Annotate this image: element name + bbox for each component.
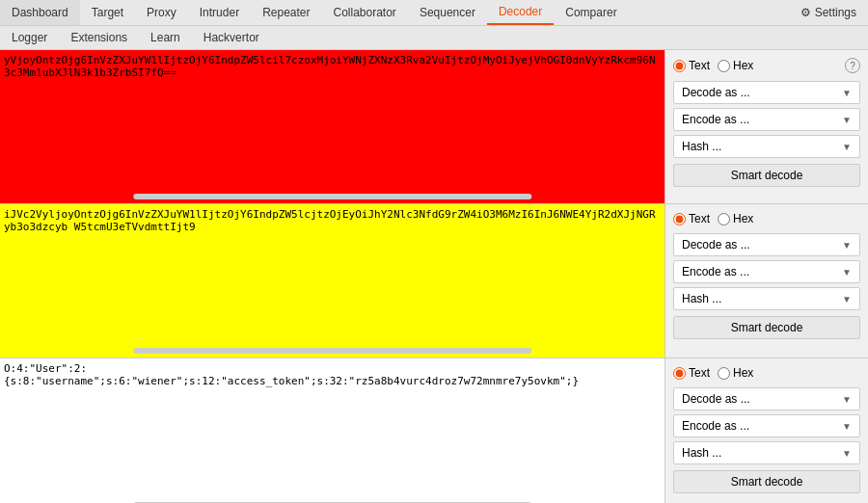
text-radio-2[interactable] bbox=[673, 213, 686, 225]
settings-button[interactable]: ⚙ Settings bbox=[789, 0, 868, 25]
text-area-container-1 bbox=[0, 50, 665, 203]
decoder-input-3[interactable] bbox=[0, 358, 665, 503]
decoder-section-1: Text Hex ? Decode as ... ▼ Encode as ...… bbox=[0, 50, 868, 204]
smart-decode-btn-3[interactable]: Smart decode bbox=[673, 470, 860, 493]
decode-dropdown-2[interactable]: Decode as ... ▼ bbox=[673, 233, 860, 256]
hex-radio-label-1[interactable]: Hex bbox=[718, 59, 753, 72]
format-radio-group-1: Text Hex ? bbox=[673, 58, 860, 73]
nav-repeater[interactable]: Repeater bbox=[251, 0, 321, 25]
nav-learn[interactable]: Learn bbox=[139, 26, 192, 49]
nav-decoder[interactable]: Decoder bbox=[487, 0, 554, 25]
nav-hackvertor[interactable]: Hackvertor bbox=[192, 26, 271, 49]
text-radio-1[interactable] bbox=[673, 60, 686, 72]
decode-chevron-2: ▼ bbox=[842, 240, 852, 251]
hex-radio-2[interactable] bbox=[718, 213, 730, 225]
nav-sequencer[interactable]: Sequencer bbox=[408, 0, 487, 25]
nav-target[interactable]: Target bbox=[80, 0, 135, 25]
decoder-section-3: Text Hex Decode as ... ▼ Encode as ... ▼… bbox=[0, 358, 868, 503]
hash-dropdown-3[interactable]: Hash ... ▼ bbox=[673, 441, 860, 464]
decoder-section-2: Text Hex Decode as ... ▼ Encode as ... ▼… bbox=[0, 204, 868, 358]
decode-chevron-1: ▼ bbox=[842, 88, 852, 98]
decode-dropdown-1[interactable]: Decode as ... ▼ bbox=[673, 81, 860, 104]
controls-panel-1: Text Hex ? Decode as ... ▼ Encode as ...… bbox=[665, 50, 868, 203]
nav-comparer[interactable]: Comparer bbox=[554, 0, 628, 25]
hash-chevron-2: ▼ bbox=[842, 294, 852, 304]
hash-dropdown-2[interactable]: Hash ... ▼ bbox=[673, 287, 860, 310]
decoder-input-1[interactable] bbox=[0, 50, 665, 203]
text-radio-label-1[interactable]: Text bbox=[673, 59, 710, 72]
nav-logger[interactable]: Logger bbox=[0, 26, 59, 49]
controls-panel-2: Text Hex Decode as ... ▼ Encode as ... ▼… bbox=[665, 204, 868, 357]
nav-bar: Dashboard Target Proxy Intruder Repeater… bbox=[0, 0, 868, 50]
text-area-container-3 bbox=[0, 358, 665, 503]
scrollbar-2[interactable] bbox=[133, 348, 531, 354]
encode-chevron-2: ▼ bbox=[842, 267, 852, 278]
controls-panel-3: Text Hex Decode as ... ▼ Encode as ... ▼… bbox=[665, 358, 868, 503]
hash-dropdown-1[interactable]: Hash ... ▼ bbox=[673, 135, 860, 158]
decoder-input-2[interactable] bbox=[0, 204, 665, 357]
encode-chevron-3: ▼ bbox=[842, 421, 852, 432]
text-radio-label-3[interactable]: Text bbox=[673, 366, 710, 380]
format-radio-group-3: Text Hex bbox=[673, 366, 860, 380]
smart-decode-btn-1[interactable]: Smart decode bbox=[673, 164, 860, 187]
format-radio-group-2: Text Hex bbox=[673, 212, 860, 225]
hex-radio-3[interactable] bbox=[718, 367, 730, 380]
nav-intruder[interactable]: Intruder bbox=[188, 0, 251, 25]
nav-collaborator[interactable]: Collaborator bbox=[322, 0, 408, 25]
hash-chevron-3: ▼ bbox=[842, 448, 852, 459]
encode-dropdown-1[interactable]: Encode as ... ▼ bbox=[673, 108, 860, 131]
main-content: Text Hex ? Decode as ... ▼ Encode as ...… bbox=[0, 50, 868, 503]
nav-extensions[interactable]: Extensions bbox=[59, 26, 139, 49]
smart-decode-btn-2[interactable]: Smart decode bbox=[673, 316, 860, 339]
decode-dropdown-3[interactable]: Decode as ... ▼ bbox=[673, 387, 860, 410]
text-area-container-2 bbox=[0, 204, 665, 357]
hex-radio-label-3[interactable]: Hex bbox=[718, 366, 753, 380]
encode-chevron-1: ▼ bbox=[842, 115, 852, 125]
decode-chevron-3: ▼ bbox=[842, 394, 852, 405]
help-icon-1[interactable]: ? bbox=[845, 58, 860, 73]
text-radio-3[interactable] bbox=[673, 367, 686, 380]
nav-proxy[interactable]: Proxy bbox=[135, 0, 188, 25]
hash-chevron-1: ▼ bbox=[842, 142, 852, 152]
nav-dashboard[interactable]: Dashboard bbox=[0, 0, 80, 25]
encode-dropdown-3[interactable]: Encode as ... ▼ bbox=[673, 414, 860, 437]
hex-radio-label-2[interactable]: Hex bbox=[718, 212, 753, 225]
scrollbar-1[interactable] bbox=[133, 194, 531, 199]
hex-radio-1[interactable] bbox=[718, 60, 730, 72]
encode-dropdown-2[interactable]: Encode as ... ▼ bbox=[673, 260, 860, 283]
text-radio-label-2[interactable]: Text bbox=[673, 212, 710, 225]
